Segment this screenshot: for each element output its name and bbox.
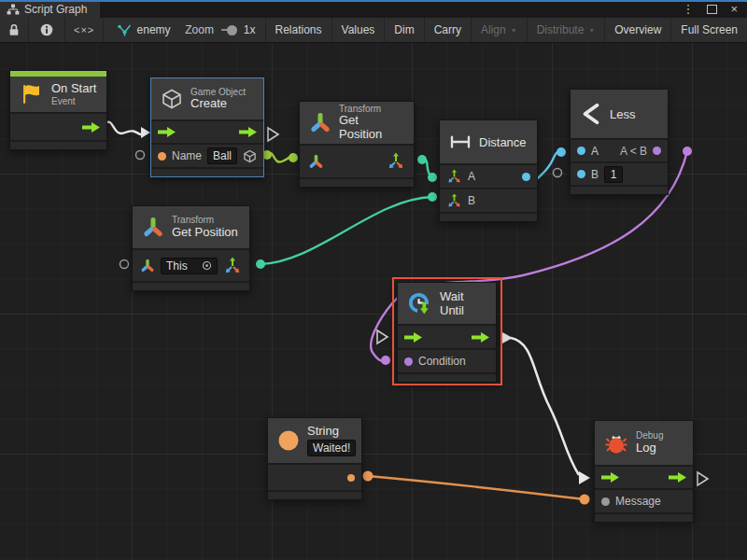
zoom-value: 1x — [244, 23, 256, 36]
string-icon — [277, 429, 300, 452]
unconnected-flow-out-create[interactable] — [268, 128, 278, 141]
inspect-button[interactable] — [29, 18, 65, 42]
distance-output-port[interactable] — [522, 173, 530, 181]
node-less[interactable]: Less A A < B B 1 — [570, 89, 669, 195]
code-preview-button[interactable]: <×> — [65, 18, 104, 42]
condition-input-port[interactable] — [404, 357, 413, 366]
tab-script-graph[interactable]: Script Graph — [0, 0, 100, 18]
input-b-label: B — [468, 194, 475, 207]
transform-input-port[interactable] — [308, 154, 324, 170]
node-on-start[interactable]: On Start Event — [9, 70, 107, 150]
value-indicator-getposition2 — [120, 260, 129, 269]
chevron-down-icon: ▼ — [511, 27, 517, 34]
b-value-field[interactable]: 1 — [604, 166, 623, 183]
string-value-field[interactable]: Waited! — [307, 440, 356, 456]
window-focus-line — [0, 0, 747, 2]
vector3-output-port[interactable] — [223, 257, 242, 275]
node-string[interactable]: String Waited! — [267, 417, 362, 500]
lock-icon — [8, 23, 20, 36]
carry-button[interactable]: Carry — [425, 18, 472, 42]
string-output-port[interactable] — [347, 474, 355, 482]
tab-bar: Script Graph ⋮ × — [0, 0, 747, 18]
cube-icon — [161, 88, 183, 110]
lock-button[interactable] — [0, 18, 29, 42]
full-screen-button[interactable]: Full Screen — [671, 18, 747, 42]
close-icon[interactable]: × — [730, 3, 738, 15]
zoom-slider-handle[interactable] — [227, 25, 237, 35]
node-create[interactable]: Game Object Create Name Ball — [150, 77, 264, 177]
cube-small-icon — [243, 149, 257, 163]
wire-getposition2-to-distance-b[interactable] — [261, 197, 432, 264]
distribute-button[interactable]: Distribute ▼ — [528, 18, 606, 42]
dim-button[interactable]: Dim — [385, 18, 424, 42]
message-input-port[interactable] — [601, 497, 610, 506]
node-title: String — [307, 425, 356, 439]
node-wait-until[interactable]: Wait Until Condition — [397, 282, 497, 383]
graph-icon — [118, 24, 132, 36]
transform-input-port[interactable] — [140, 259, 155, 273]
unconnected-flow-in-waituntil[interactable] — [377, 330, 388, 343]
chevron-down-icon: ▼ — [588, 27, 595, 34]
graph-breadcrumb[interactable]: enemy — [108, 18, 180, 42]
name-value-field[interactable]: Ball — [207, 147, 237, 164]
node-subtitle: Event — [51, 96, 96, 107]
window-menu-icon[interactable]: ⋮ — [682, 3, 694, 15]
maximize-icon[interactable] — [707, 5, 717, 14]
input-b-label: B — [591, 168, 599, 181]
graph-toolbar: <×> enemy Zoom 1x Relations Values Dim C… — [0, 18, 747, 43]
flow-out-port[interactable] — [472, 332, 489, 343]
graph-canvas[interactable]: On Start Event G — [0, 42, 747, 560]
values-button[interactable]: Values — [332, 18, 386, 42]
name-port-label: Name — [172, 149, 202, 162]
flow-out-port[interactable] — [669, 472, 686, 483]
unity-script-graph-window: Script Graph ⋮ × — [0, 0, 747, 560]
transform-icon — [142, 217, 164, 239]
object-picker-icon[interactable] — [202, 260, 212, 271]
node-title: Distance — [479, 135, 527, 149]
less-output-port[interactable] — [653, 147, 661, 155]
node-debug-log[interactable]: Debug Log Message — [594, 420, 694, 523]
relations-button[interactable]: Relations — [265, 18, 332, 42]
align-button[interactable]: Align ▼ — [472, 18, 528, 42]
wire-waituntil-to-log[interactable] — [511, 338, 579, 475]
zoom-slider[interactable] — [221, 29, 233, 31]
tab-title: Script Graph — [24, 3, 87, 16]
value-indicator-create-name — [136, 151, 145, 160]
less-input-a-port[interactable] — [577, 147, 585, 155]
node-distance[interactable]: Distance A — [439, 119, 538, 222]
flow-out-port[interactable] — [82, 122, 100, 133]
graph-hierarchy-icon — [7, 4, 20, 15]
graph-name: enemy — [137, 23, 171, 36]
vector3-output-port[interactable] — [387, 152, 405, 171]
wire-onstart-to-create[interactable] — [105, 122, 146, 135]
vector3-input-port-a[interactable] — [446, 169, 462, 185]
flow-out-port[interactable] — [239, 127, 257, 137]
vector3-input-port-b[interactable] — [446, 193, 462, 209]
overview-button[interactable]: Overview — [605, 18, 671, 42]
node-title: Log — [636, 441, 663, 455]
node-get-position-1[interactable]: Transform Get Position — [299, 101, 415, 188]
node-get-position-2[interactable]: Transform Get Position This — [132, 205, 250, 291]
flow-in-port[interactable] — [601, 472, 619, 483]
node-title: Less — [610, 107, 635, 121]
value-indicator-less-b — [554, 169, 562, 177]
transform-icon — [309, 112, 331, 134]
code-icon: <×> — [74, 24, 94, 35]
distance-icon — [449, 133, 472, 150]
name-input-port[interactable] — [158, 152, 166, 161]
flow-in-port[interactable] — [158, 127, 176, 137]
flow-in-port[interactable] — [404, 332, 422, 343]
node-title: Get Position — [339, 114, 404, 142]
target-value-field[interactable]: This — [161, 258, 218, 274]
message-label: Message — [615, 495, 661, 508]
node-title: On Start — [51, 82, 96, 96]
unconnected-flow-out-log[interactable] — [698, 472, 708, 485]
input-a-label: A — [591, 145, 599, 158]
less-input-b-port[interactable] — [577, 170, 585, 178]
bug-icon — [604, 431, 628, 455]
wire-string-to-log-message[interactable] — [368, 476, 585, 499]
result-label: A < B — [620, 145, 647, 158]
window-controls: ⋮ × — [682, 0, 747, 18]
zoom-label: Zoom — [185, 23, 214, 36]
less-icon — [580, 103, 602, 125]
